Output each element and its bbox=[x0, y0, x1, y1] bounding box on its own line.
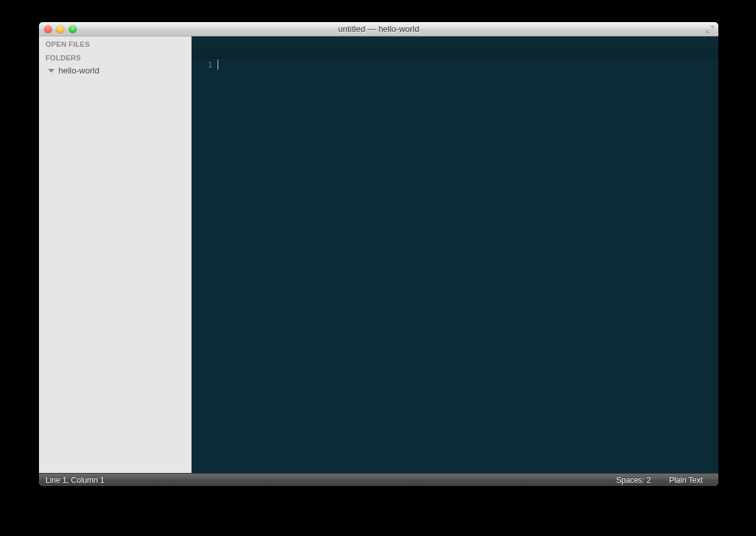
zoom-window-button[interactable] bbox=[69, 25, 77, 33]
close-window-button[interactable] bbox=[44, 25, 52, 33]
folder-item-hello-world[interactable]: hello-world bbox=[39, 64, 191, 77]
titlebar[interactable]: untitled — hello-world bbox=[39, 22, 718, 36]
sidebar: OPEN FILES FOLDERS hello-world bbox=[39, 36, 192, 473]
app-window: untitled — hello-world OPEN FILES FOLDER… bbox=[39, 22, 718, 486]
folders-header[interactable]: FOLDERS bbox=[39, 50, 191, 64]
open-files-header[interactable]: OPEN FILES bbox=[39, 36, 191, 50]
editor-pane: 1 bbox=[192, 36, 718, 473]
status-syntax[interactable]: Plain Text bbox=[660, 476, 712, 485]
status-position[interactable]: Line 1, Column 1 bbox=[45, 476, 114, 485]
fullscreen-icon[interactable] bbox=[705, 25, 714, 34]
folder-name: hello-world bbox=[58, 66, 99, 75]
disclosure-triangle-icon[interactable] bbox=[48, 69, 55, 73]
line-number: 1 bbox=[192, 60, 212, 70]
line-number-gutter: 1 bbox=[192, 58, 218, 473]
code-area[interactable]: 1 bbox=[192, 58, 718, 473]
window-title: untitled — hello-world bbox=[39, 24, 718, 34]
window-controls bbox=[39, 25, 77, 33]
window-body: OPEN FILES FOLDERS hello-world 1 bbox=[39, 36, 718, 473]
status-bar: Line 1, Column 1 Spaces: 2 Plain Text bbox=[39, 473, 718, 486]
minimize-window-button[interactable] bbox=[57, 25, 64, 33]
text-caret bbox=[218, 60, 218, 70]
code-content[interactable] bbox=[218, 58, 718, 473]
tab-bar[interactable] bbox=[192, 36, 718, 58]
status-indent[interactable]: Spaces: 2 bbox=[607, 476, 660, 485]
